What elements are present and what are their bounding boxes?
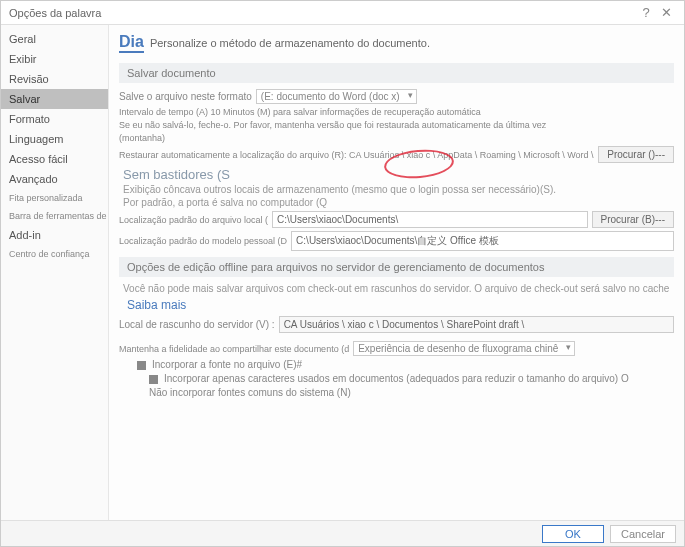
no-backstage-desc: Exibição côncava outros locais de armaze… xyxy=(123,184,674,195)
local-path-label: Localização padrão do arquivo local ( xyxy=(119,215,268,225)
restore-path-label: Restaurar automaticamente a localização … xyxy=(119,150,594,160)
sidebar-item-salvar[interactable]: Salvar xyxy=(1,89,108,109)
cancel-button[interactable]: Cancelar xyxy=(610,525,676,543)
local-path-input[interactable]: C:\Users\xiaoc\Documents\ xyxy=(272,211,587,228)
template-path-label: Localização padrão do modelo pessoal (D xyxy=(119,236,287,246)
sidebar-item-geral[interactable]: Geral xyxy=(1,29,108,49)
section-save-document: Salvar documento xyxy=(119,63,674,83)
browse-local-button[interactable]: Procurar (B)--- xyxy=(592,211,674,228)
close-icon[interactable]: ✕ xyxy=(656,5,676,20)
ok-button[interactable]: OK xyxy=(542,525,604,543)
sidebar-item-acesso-facil[interactable]: Acesso fácil xyxy=(1,149,108,169)
save-format-dropdown[interactable]: (E: documento do Word (doc x) xyxy=(256,89,417,104)
dia-desc: Personalize o método de armazenamento do… xyxy=(150,37,430,49)
browse-restore-button[interactable]: Procurar ()--- xyxy=(598,146,674,163)
template-path-input[interactable]: C:\Users\xiaoc\Documents\自定义 Office 模板 xyxy=(291,231,674,251)
embed-font-checkbox[interactable] xyxy=(137,361,146,370)
offline-desc: Você não pode mais salvar arquivos com c… xyxy=(123,283,674,294)
sidebar-item-addin[interactable]: Add-in xyxy=(1,225,108,245)
sidebar-item-barra[interactable]: Barra de ferramentas de acesso xyxy=(1,207,108,225)
dialog-title: Opções da palavra xyxy=(9,7,101,19)
no-backstage-title: Sem bastidores (S xyxy=(123,167,674,182)
mountain-label: (montanha) xyxy=(119,133,674,143)
sidebar-item-centro[interactable]: Centro de confiança xyxy=(1,245,108,263)
fidelity-dropdown[interactable]: Experiência de desenho de fluxograma chi… xyxy=(353,341,575,356)
embed-no-common-label: Não incorporar fontes comuns do sistema … xyxy=(149,387,351,398)
sidebar: Geral Exibir Revisão Salvar Formato Ling… xyxy=(1,25,109,520)
help-icon[interactable]: ? xyxy=(636,5,656,20)
default-save-desc: Por padrão, a porta é salva no computado… xyxy=(123,197,674,208)
sidebar-item-fita[interactable]: Fita personalizada xyxy=(1,189,108,207)
autosave-interval-label: Intervalo de tempo (A) 10 Minutos (M) pa… xyxy=(119,107,674,117)
save-format-label: Salve o arquivo neste formato xyxy=(119,91,252,102)
sidebar-item-revisao[interactable]: Revisão xyxy=(1,69,108,89)
learn-more-link[interactable]: Saiba mais xyxy=(127,298,674,312)
sidebar-item-linguagem[interactable]: Linguagem xyxy=(1,129,108,149)
dia-label: Dia xyxy=(119,33,144,53)
embed-used-chars-label: Incorporar apenas caracteres usados em d… xyxy=(164,373,629,384)
embed-used-chars-checkbox[interactable] xyxy=(149,375,158,384)
embed-font-label: Incorporar a fonte no arquivo (E)# xyxy=(152,359,302,370)
sidebar-item-formato[interactable]: Formato xyxy=(1,109,108,129)
keep-last-label: Se eu não salvá-lo, feche-o. Por favor, … xyxy=(119,120,674,130)
sidebar-item-exibir[interactable]: Exibir xyxy=(1,49,108,69)
draft-path-input[interactable]: CA Usuários \ xiao c \ Documentos \ Shar… xyxy=(279,316,674,333)
draft-path-label: Local de rascunho do servidor (V) : xyxy=(119,319,275,330)
section-offline-editing: Opções de edição offline para arquivos n… xyxy=(119,257,674,277)
fidelity-label: Mantenha a fidelidade ao compartilhar es… xyxy=(119,344,349,354)
content-pane: Dia Personalize o método de armazenament… xyxy=(109,25,684,520)
sidebar-item-avancado[interactable]: Avançado xyxy=(1,169,108,189)
